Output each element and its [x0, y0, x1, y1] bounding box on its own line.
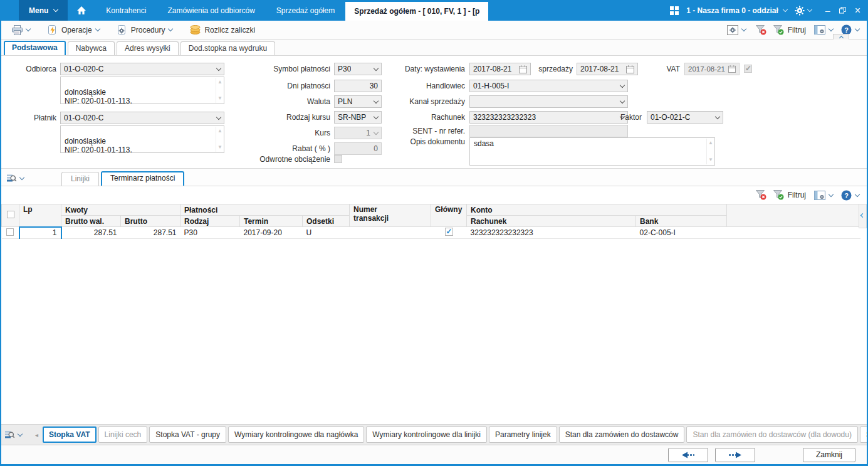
operacje-button[interactable]: Operacje [43, 23, 104, 37]
column-header-lp[interactable]: Lp [19, 204, 61, 227]
company-selector[interactable]: 1 - Nasza firma 0 - oddział [686, 6, 787, 15]
column-header-numer-transakcji[interactable]: Numer transakcji [350, 204, 431, 227]
cell-numer-transakcji [350, 227, 431, 239]
column-header-rodzaj[interactable]: Rodzaj [180, 216, 240, 227]
scrollbar[interactable]: ▲▼ [216, 127, 223, 152]
restore-button[interactable] [839, 7, 846, 14]
tab-wymiary-naglowka[interactable]: Wymiary kontrolingowe dla nagłówka [228, 426, 364, 443]
table-row[interactable]: 1 287.51 287.51 P30 2017-09-20 U 3232323… [2, 227, 860, 239]
data-vat-checkbox[interactable] [744, 65, 752, 73]
print-button[interactable] [8, 23, 34, 37]
tab-kontrahenci[interactable]: Kontrahenci [95, 0, 157, 21]
grid-settings-button[interactable] [813, 23, 834, 36]
column-header-brutto-wal[interactable]: Brutto wal. [61, 216, 121, 227]
zamknij-button[interactable]: Zamknij [803, 448, 855, 462]
minimize-button[interactable]: – [825, 6, 830, 15]
chevron-down-icon [715, 114, 720, 119]
platnik-combobox[interactable]: 01-O-020-C [60, 112, 224, 124]
column-header-rachunek[interactable]: Rachunek [467, 216, 636, 227]
tab-stopka-vat-grupy[interactable]: Stopka VAT - grupy [149, 426, 226, 443]
window-settings-button[interactable] [723, 23, 750, 37]
tab-dod-stopka[interactable]: Dod.stopka na wydruku [180, 41, 275, 55]
tab-stany-magazynowe[interactable]: Stany magazynowe [860, 426, 867, 443]
cell-rachunek: 323232323232323 [467, 227, 636, 239]
cell-lp-selected[interactable]: 1 [19, 227, 61, 239]
column-header-glowny[interactable]: Główny [431, 204, 467, 227]
chevron-down-icon [168, 26, 173, 31]
chevron-down-icon [216, 65, 221, 70]
tab-parametry-linijek[interactable]: Parametry linijek [489, 426, 557, 443]
column-header-bank[interactable]: Bank [636, 216, 727, 227]
tab-zamowienia-od-odbiorcow[interactable]: Zamówienia od odbiorców [157, 0, 265, 21]
column-header-termin[interactable]: Termin [240, 216, 303, 227]
tab-active-document[interactable]: Sprzedaż ogółem - [ 010, FV, 1 ] - [p [345, 2, 488, 21]
rachunek-label: Rachunek [377, 111, 465, 124]
tab-podstawowa[interactable]: Podstawowa [4, 41, 66, 55]
kurs-combobox[interactable]: 1 [334, 127, 382, 139]
chevron-down-icon [855, 191, 860, 196]
help-button[interactable]: ? [840, 189, 860, 202]
glowny-checkbox[interactable] [445, 228, 453, 236]
data-sprzedazy-input[interactable]: 2017-08-21 [577, 63, 638, 75]
apps-grid-icon[interactable] [670, 6, 679, 15]
rozlicz-zaliczki-button[interactable]: Rozlicz zaliczki [186, 23, 259, 36]
odbiorca-address-box[interactable]: dolnośląskie NIP: 020-01-01-113, ul. Sty… [60, 77, 224, 104]
rodzaj-kursu-combobox[interactable]: SR-NBP [334, 111, 382, 124]
odbiorca-combobox[interactable]: 01-O-020-C [60, 63, 224, 75]
tab-stan-zamowien[interactable]: Stan dla zamówien do dostawców [559, 426, 685, 443]
symbol-platnosci-combobox[interactable]: P30 [334, 63, 382, 75]
opis-dokumentu-textarea[interactable]: sdasa ▲▼ [469, 137, 715, 166]
collapse-header-panel-button[interactable] [833, 34, 849, 40]
scroll-tabs-left-button[interactable]: ◂ [33, 432, 41, 438]
bottom-view-menu[interactable] [4, 430, 22, 440]
select-all-checkbox[interactable] [7, 211, 14, 218]
scrollbar[interactable]: ▲▼ [216, 78, 223, 103]
odwrotne-obciazenie-checkbox[interactable] [334, 155, 342, 163]
chevron-down-icon [26, 26, 31, 31]
kurs-label: Kurs [239, 127, 330, 139]
handlowiec-combobox[interactable]: 01-H-005-I [469, 80, 628, 92]
waluta-combobox[interactable]: PLN [334, 95, 382, 108]
payments-table: Lp Kwoty Płatności Numer transakcji Głów… [1, 204, 860, 239]
scrollbar[interactable]: ▲▼ [706, 139, 714, 164]
procedury-button[interactable]: Procedury [113, 23, 177, 37]
previous-document-button[interactable] [668, 448, 708, 462]
kanal-sprzedazy-combobox[interactable] [469, 95, 628, 108]
chevron-down-icon [53, 7, 58, 12]
clear-filter-icon[interactable] [756, 25, 766, 35]
payments-table-area: Lp Kwoty Płatności Numer transakcji Głów… [1, 204, 867, 424]
column-header-odsetki[interactable]: Odsetki [303, 216, 350, 227]
tab-linijki-cech[interactable]: Linijki cech [98, 426, 148, 443]
dni-platnosci-input[interactable]: 30 [334, 80, 382, 92]
tab-adres-wysylki[interactable]: Adres wysyłki [117, 41, 179, 55]
tab-linijki[interactable]: Linijki [61, 172, 99, 186]
tab-terminarz-platnosci[interactable]: Terminarz płatności [101, 171, 184, 186]
platnik-address-box[interactable]: dolnośląskie NIP: 020-01-01-113, ul. Sty… [60, 125, 224, 153]
column-header-brutto[interactable]: Brutto [121, 216, 180, 227]
settings-menu-button[interactable] [795, 6, 812, 16]
data-vat-input[interactable]: 2017-08-21 [684, 63, 740, 75]
tab-sprzedaz-ogolem[interactable]: Sprzedaż ogółem [266, 0, 345, 21]
data-wystawienia-input[interactable]: 2017-08-21 [469, 63, 531, 75]
document-gear-icon [117, 25, 127, 35]
sent-input[interactable] [469, 125, 628, 137]
collapse-side-panel-button[interactable] [859, 204, 867, 228]
grid-view-menu[interactable] [6, 173, 24, 183]
tab-stopka-vat[interactable]: Stopka VAT [43, 426, 97, 443]
faktor-combobox[interactable]: 01-O-021-C [647, 111, 723, 124]
next-document-button[interactable] [715, 448, 755, 462]
tab-nabywca[interactable]: Nabywca [68, 41, 115, 55]
header-tab-strip: Podstawowa Nabywca Adres wysyłki Dod.sto… [1, 40, 867, 56]
filter-button[interactable]: Filtruj [772, 189, 807, 201]
row-select-checkbox[interactable] [6, 228, 14, 236]
tab-stan-zamowien-dowod[interactable]: Stan dla zamówien do dostawców (dla dowo… [686, 426, 857, 443]
tab-wymiary-linijki[interactable]: Wymiary kontrolingowe dla linijki [366, 426, 487, 443]
menu-button[interactable]: Menu [19, 0, 68, 21]
close-button[interactable]: × [855, 6, 860, 16]
home-button[interactable] [68, 0, 95, 21]
grid-settings-button[interactable] [813, 189, 834, 201]
clear-filter-icon[interactable] [756, 190, 766, 200]
filter-button[interactable]: Filtruj [772, 23, 807, 37]
rabat-input[interactable]: 0 [334, 142, 382, 155]
topbar-right: 1 - Nasza firma 0 - oddział – × [670, 0, 868, 21]
